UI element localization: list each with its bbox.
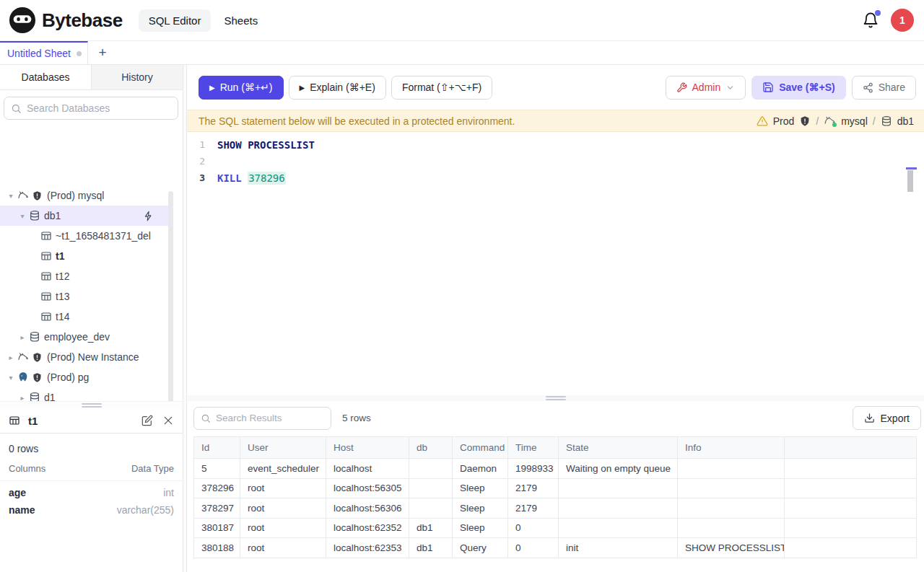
column-header-id[interactable]: Id (194, 437, 240, 459)
nav-sql-editor[interactable]: SQL Editor (139, 9, 212, 32)
tree-item-db1[interactable]: ▾db1 (0, 206, 173, 226)
table-cell: 1998933 (508, 459, 559, 479)
breadcrumb-instance[interactable]: mysql (841, 115, 868, 127)
line-number: 1 (187, 139, 217, 150)
tree-scrollbar-thumb[interactable] (168, 191, 173, 408)
bytebase-logo-icon (9, 6, 36, 34)
tree-item-t13[interactable]: t13 (0, 286, 173, 307)
tree-item-label: t13 (56, 291, 69, 302)
results-resize-handle[interactable] (187, 395, 924, 401)
tree-item-t14[interactable]: t14 (0, 307, 173, 327)
column-name: age (9, 487, 26, 498)
table-cell: Sleep (453, 498, 508, 519)
column-header-time[interactable]: Time (508, 437, 559, 459)
notification-dot (875, 10, 881, 16)
table-cell: Waiting on empty queue (559, 459, 678, 479)
column-header-host[interactable]: Host (326, 437, 409, 459)
brand-name: Bytebase (42, 9, 123, 32)
breadcrumb-environment[interactable]: Prod (773, 115, 795, 127)
column-header-info[interactable]: Info (678, 437, 785, 459)
toolbar-right: Admin Save (⌘+S) Share (666, 76, 916, 100)
tree-item--prod-mysql[interactable]: ▾(Prod) mysql (0, 185, 173, 206)
editor-line: 3KILL 378296 (187, 170, 907, 186)
top-nav: SQL Editor Sheets (139, 9, 263, 32)
tree-item-employee-dev[interactable]: ▸employee_dev (0, 327, 173, 347)
postgres-icon (17, 371, 32, 383)
table-cell-filler (785, 518, 917, 538)
table-cell (678, 498, 785, 519)
play-icon: ▶ (300, 84, 305, 92)
editor-scrollbar-thumb[interactable] (907, 170, 913, 192)
results-search[interactable] (193, 407, 331, 430)
results-search-input[interactable] (216, 413, 324, 423)
close-panel-icon[interactable] (162, 415, 174, 426)
breadcrumb-database[interactable]: db1 (897, 115, 914, 127)
bytebase-logo[interactable]: Bytebase (9, 6, 123, 34)
table-row[interactable]: 5event_schedulerlocalhostDaemon1998933Wa… (194, 459, 917, 479)
database-tree: ▾(Prod) mysql▾db1~t1_1658481371_delt1t12… (0, 185, 173, 408)
tree-item--t1-1658481371-del[interactable]: ~t1_1658481371_del (0, 226, 173, 246)
save-button[interactable]: Save (⌘+S) (751, 76, 845, 100)
table-cell: Daemon (453, 459, 508, 479)
table-cell (678, 459, 785, 479)
database-search[interactable] (4, 97, 178, 120)
editor-line: 2 (187, 153, 907, 170)
nav-sheets[interactable]: Sheets (219, 9, 262, 32)
sql-code-editor[interactable]: 1SHOW PROCESSLIST23KILL 378296 (187, 132, 907, 395)
table-cell: 378296 (194, 478, 240, 498)
bolt-icon (143, 211, 154, 221)
tree-item-label: (Prod) pg (47, 371, 89, 383)
table-row[interactable]: 380187rootlocalhost:62352db1Sleep0 (194, 518, 917, 538)
warning-triangle-icon (757, 115, 768, 127)
table-cell: localhost:56305 (326, 478, 409, 498)
table-cell (559, 518, 678, 538)
share-button[interactable]: Share (852, 76, 916, 100)
table-cell-filler (785, 459, 917, 479)
column-header-state[interactable]: State (559, 437, 678, 459)
format-button[interactable]: Format (⇧+⌥+F) (391, 76, 492, 100)
table-cell-filler (785, 478, 917, 498)
user-avatar[interactable]: 1 (891, 9, 914, 32)
right-arrow-icon: ▸ (16, 333, 29, 341)
table-row[interactable]: 378296rootlocalhost:56305Sleep2179 (194, 478, 917, 498)
table-icon (40, 291, 55, 302)
tree-item-label: db1 (44, 210, 61, 221)
tab-untitled-sheet[interactable]: Untitled Sheet (0, 41, 88, 64)
tree-item-t1[interactable]: t1 (0, 246, 173, 266)
shield-icon (799, 115, 811, 127)
database-search-input[interactable] (27, 102, 171, 114)
tree-item--prod-new-instance[interactable]: ▸(Prod) New Instance (0, 347, 173, 367)
table-icon (40, 230, 55, 242)
export-button[interactable]: Export (853, 406, 921, 430)
table-detail-panel: t1 0 rows Columns Data Type ageintnameva… (0, 408, 183, 572)
table-cell: 380188 (194, 538, 240, 558)
column-header-command[interactable]: Command (453, 437, 508, 459)
column-header-user[interactable]: User (240, 437, 326, 459)
warning-message: The SQL statement below will be executed… (199, 115, 515, 127)
tab-databases[interactable]: Databases (0, 65, 92, 89)
tab-history[interactable]: History (92, 65, 183, 89)
sheet-tabstrip: Untitled Sheet + (0, 41, 924, 65)
table-cell: db1 (409, 538, 453, 558)
explain-button[interactable]: ▶ Explain (⌘+E) (289, 76, 386, 100)
results-table: IdUserHostdbCommandTimeStateInfo5event_s… (193, 436, 917, 558)
edit-table-icon[interactable] (141, 415, 153, 426)
table-cell (678, 478, 785, 498)
table-row[interactable]: 380188rootlocalhost:62353db1Query0initSH… (194, 538, 917, 558)
admin-mode-button[interactable]: Admin (666, 76, 746, 100)
table-cell: localhost:62353 (326, 538, 409, 558)
run-button[interactable]: ▶ Run (⌘+↵) (199, 76, 284, 100)
sidebar-resize-handle[interactable] (0, 401, 183, 408)
column-type: int (163, 487, 174, 498)
table-row[interactable]: 378297rootlocalhost:56306Sleep2179 (194, 498, 917, 519)
tree-item-t12[interactable]: t12 (0, 266, 173, 286)
table-cell-filler (785, 538, 917, 558)
table-cell: 0 (508, 538, 559, 558)
status-dot (832, 123, 837, 127)
tree-item--prod-pg[interactable]: ▾(Prod) pg (0, 367, 173, 387)
new-sheet-button[interactable]: + (88, 41, 117, 64)
column-header-db[interactable]: db (409, 437, 453, 459)
results-panel: 5 rows Export IdUserHostdbCommandTimeSta… (187, 395, 924, 572)
shield-icon (32, 190, 46, 201)
notification-bell-icon[interactable] (862, 12, 879, 29)
